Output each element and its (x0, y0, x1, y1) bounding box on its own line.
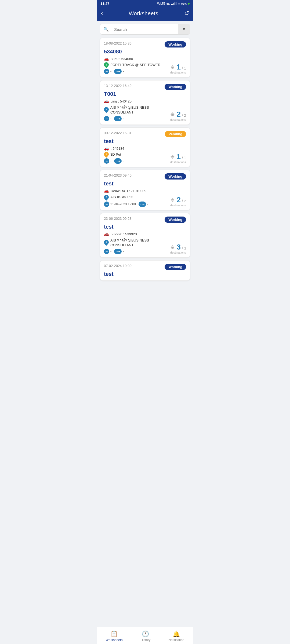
card-title-5: test (104, 224, 186, 230)
end-time-3: - (123, 159, 124, 163)
header: ‹ Worksheets ↺ (97, 7, 193, 21)
start-arrow-2: ➔ (104, 116, 109, 121)
worksheet-card-2[interactable]: 13-12-2022 16:49 Working T001 🚗 Jing : 5… (100, 80, 190, 125)
worksheet-card-6[interactable]: 07-02-2024 19:00 Working test (100, 260, 190, 281)
status-bar: 11:27 VoLTE 4G ▭ 86% (97, 0, 193, 7)
status-badge-5: Working (165, 217, 186, 223)
location-5: AIS หาดใหญ่ BUSINESS CONSULTANT (110, 237, 170, 247)
card-date-4: 21-04-2023 09:40 (104, 173, 132, 177)
refresh-button[interactable]: ↺ (184, 10, 189, 17)
location-pin-3: 1 (103, 151, 110, 158)
end-arrow-3: ···➔ (114, 158, 122, 164)
card-title-2: T001 (104, 91, 186, 97)
battery-level: 86% (181, 2, 187, 5)
location-3: 3D Pet (110, 152, 121, 156)
end-arrow-4: ···➔ (139, 202, 146, 207)
worksheet-card-5[interactable]: 23-06-2023 09:28 Working test 🚗 539920 :… (100, 213, 190, 258)
end-arrow-5: ···➔ (114, 249, 122, 254)
start-time-3: - (110, 159, 111, 163)
dest-count-4: ⛯ 2 / 2 destinations (170, 196, 186, 207)
network-icon: VoLTE (157, 2, 165, 5)
car-icon-3: 🚗 (104, 146, 109, 151)
battery-icon: ▭ 86% (177, 2, 187, 5)
end-time-5: - (123, 250, 124, 253)
location-pin-5: 3 (103, 239, 110, 246)
card-date-1: 18-08-2022 15:36 (104, 41, 132, 45)
car-icon-5: 🚗 (104, 232, 109, 236)
vehicle-3: : 545184 (111, 147, 124, 151)
worksheet-card-4[interactable]: 21-04-2023 09:40 Working test 🚗 Deaw R&D… (100, 170, 190, 210)
start-arrow-3: ➔ (104, 158, 109, 164)
search-icon: 🔍 (100, 27, 111, 32)
dest-icon-5: ⛯ (170, 244, 175, 250)
location-4: AIS แมทพลาส (110, 194, 133, 200)
end-time-4: - (147, 202, 148, 206)
worksheet-card-3[interactable]: 30-12-2022 16:31 Pending test 🚗 : 545184… (100, 127, 190, 167)
cards-container: 18-08-2022 15:36 Working 534080 🚗 8869 :… (97, 37, 193, 302)
vehicle-1: 8869 : 534080 (111, 57, 133, 61)
signal-icon (171, 2, 176, 5)
worksheet-card-1[interactable]: 18-08-2022 15:36 Working 534080 🚗 8869 :… (100, 38, 190, 78)
back-button[interactable]: ‹ (101, 10, 103, 17)
status-badge-3: Pending (165, 131, 186, 137)
start-arrow-1: ➔ (104, 69, 109, 74)
dest-icon-2: ⛯ (170, 111, 175, 118)
car-icon-2: 🚗 (104, 99, 109, 104)
status-right: VoLTE 4G ▭ 86% (157, 2, 190, 5)
page-title: Worksheets (129, 10, 158, 17)
vehicle-4: Deaw R&D : 71010009 (111, 189, 146, 193)
end-arrow-2: ···➔ (114, 116, 122, 121)
dest-icon-1: ⛯ (170, 64, 175, 70)
start-arrow-4: ➔ (104, 202, 109, 207)
green-dot-icon (188, 3, 190, 5)
card-title-3: test (104, 138, 186, 144)
dest-icon-4: ⛯ (170, 197, 175, 203)
location-2: AIS หาดใหญ่ BUSINESS CONSULTANT (110, 105, 170, 114)
card-date-3: 30-12-2022 16:31 (104, 131, 132, 135)
dest-count-1: ⛯ 1 / 1 destinations (170, 63, 186, 74)
end-arrow-1: ···➔ (114, 69, 122, 74)
card-date-2: 13-12-2022 16:49 (104, 84, 132, 88)
card-date-5: 23-06-2023 09:28 (104, 217, 132, 221)
card-date-6: 07-02-2024 19:00 (104, 264, 132, 268)
network-type: 4G (166, 2, 170, 5)
end-time-1: - (123, 69, 124, 73)
location-pin-1: 1 (103, 61, 110, 68)
vehicle-2: Jing : 540425 (111, 99, 132, 103)
card-title-6: test (104, 271, 186, 277)
location-pin-2: 2 (103, 106, 110, 113)
status-badge-2: Working (165, 84, 186, 90)
location-pin-4: 2 (103, 194, 110, 200)
card-title-1: 534080 (104, 49, 186, 55)
start-arrow-5: ➔ (104, 249, 109, 254)
start-time-5: - (110, 250, 111, 253)
time-display: 11:27 (100, 2, 109, 6)
dest-count-2: ⛯ 2 / 2 destinations (170, 111, 186, 121)
card-title-4: test (104, 181, 186, 187)
dest-icon-3: ⛯ (170, 154, 175, 160)
search-bar: 🔍 ▼ (100, 24, 190, 35)
vehicle-5: 539920 : 539920 (111, 232, 137, 236)
car-icon-1: 🚗 (104, 56, 109, 61)
car-icon-4: 🚗 (104, 188, 109, 193)
dest-count-3: ⛯ 1 / 1 destinations (170, 153, 186, 164)
dest-count-5: ⛯ 3 / 3 destinations (170, 243, 186, 254)
status-badge-4: Working (165, 173, 186, 180)
start-time-2: - (110, 117, 111, 120)
status-badge-6: Working (165, 264, 186, 270)
end-time-2: - (123, 117, 124, 120)
filter-button[interactable]: ▼ (178, 24, 190, 34)
status-badge-1: Working (165, 41, 186, 47)
location-1: FORTHTRACK @ SPE TOWER (110, 63, 161, 67)
start-time-1: - (110, 69, 111, 73)
search-input[interactable] (111, 24, 178, 34)
start-time-4: 21-04-2023 12:00 (110, 202, 136, 206)
